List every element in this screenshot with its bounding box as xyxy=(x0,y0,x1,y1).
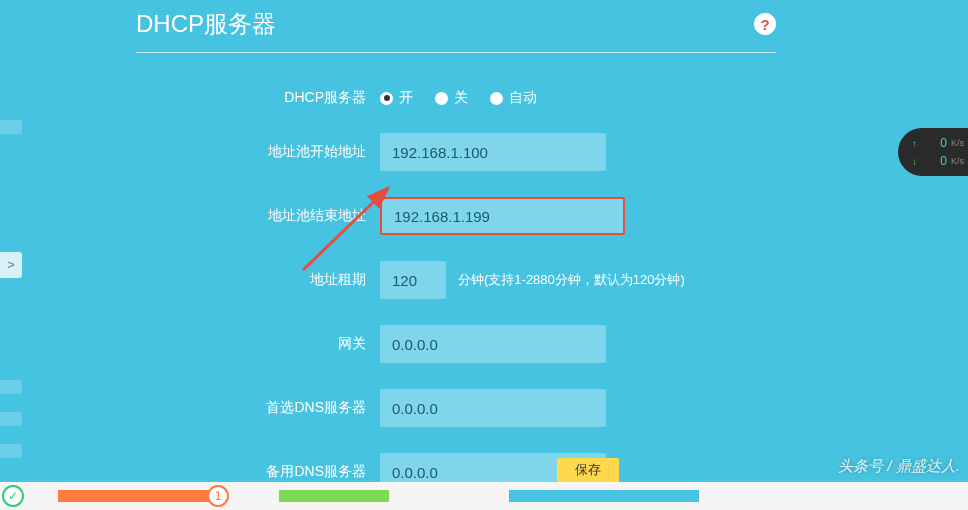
dhcp-panel: DHCP服务器 ? DHCP服务器 开 关 自动 xyxy=(136,0,776,510)
dhcp-form: DHCP服务器 开 关 自动 地址池 xyxy=(136,89,776,491)
left-marker xyxy=(0,380,22,394)
title-row: DHCP服务器 ? xyxy=(136,0,776,53)
input-gateway[interactable] xyxy=(380,325,606,363)
row-start-ip: 地址池开始地址 xyxy=(136,133,776,171)
input-dns1[interactable] xyxy=(380,389,606,427)
input-lease[interactable] xyxy=(380,261,446,299)
radio-group-dhcp: 开 关 自动 xyxy=(380,89,537,107)
download-row: ↓ 0K/s xyxy=(912,154,964,168)
upload-row: ↑ 0K/s xyxy=(912,136,964,150)
input-start-ip[interactable] xyxy=(380,133,606,171)
tab-block[interactable] xyxy=(58,490,218,502)
upload-unit: K/s xyxy=(951,138,964,148)
label-lease: 地址租期 xyxy=(136,271,380,289)
download-arrow-icon: ↓ xyxy=(912,156,917,167)
upload-arrow-icon: ↑ xyxy=(912,138,917,149)
row-end-ip: 地址池结束地址 xyxy=(118,197,776,235)
label-dns1: 首选DNS服务器 xyxy=(136,399,380,417)
label-gateway: 网关 xyxy=(136,335,380,353)
row-dhcp-mode: DHCP服务器 开 关 自动 xyxy=(136,89,776,107)
bottom-tab-strip: ✓ 1 xyxy=(0,482,968,510)
help-icon[interactable]: ? xyxy=(754,13,776,35)
page-title: DHCP服务器 xyxy=(136,8,276,40)
status-badge-ok: ✓ xyxy=(2,485,24,507)
label-start-ip: 地址池开始地址 xyxy=(136,143,380,161)
left-marker xyxy=(0,120,22,134)
radio-on[interactable]: 开 xyxy=(380,89,413,107)
tab-block[interactable] xyxy=(509,490,699,502)
radio-dot-icon xyxy=(490,92,503,105)
label-dhcp: DHCP服务器 xyxy=(136,89,380,107)
download-unit: K/s xyxy=(951,156,964,166)
row-gateway: 网关 xyxy=(136,325,776,363)
input-end-ip[interactable] xyxy=(380,197,625,235)
row-dns1: 首选DNS服务器 xyxy=(136,389,776,427)
save-button[interactable]: 保存 xyxy=(557,458,619,482)
radio-auto-label: 自动 xyxy=(509,89,537,107)
radio-dot-icon xyxy=(435,92,448,105)
radio-on-label: 开 xyxy=(399,89,413,107)
radio-auto[interactable]: 自动 xyxy=(490,89,537,107)
left-marker xyxy=(0,444,22,458)
lease-hint: 分钟(支持1-2880分钟，默认为120分钟) xyxy=(458,271,685,289)
radio-off-label: 关 xyxy=(454,89,468,107)
radio-dot-icon xyxy=(380,92,393,105)
row-lease: 地址租期 分钟(支持1-2880分钟，默认为120分钟) xyxy=(136,261,776,299)
download-value: 0 xyxy=(940,154,947,168)
tab-block[interactable] xyxy=(279,490,389,502)
label-dns2: 备用DNS服务器 xyxy=(136,463,380,481)
step-badge-1: 1 xyxy=(207,485,229,507)
left-marker xyxy=(0,412,22,426)
main-panel: > DHCP服务器 ? DHCP服务器 开 关 xyxy=(0,0,968,482)
watermark: 头条号 / 鼎盛达人. xyxy=(838,457,960,476)
left-expand-tab[interactable]: > xyxy=(0,252,22,278)
label-end-ip: 地址池结束地址 xyxy=(118,207,380,225)
radio-off[interactable]: 关 xyxy=(435,89,468,107)
upload-value: 0 xyxy=(940,136,947,150)
network-speed-widget[interactable]: ↑ 0K/s ↓ 0K/s xyxy=(898,128,968,176)
